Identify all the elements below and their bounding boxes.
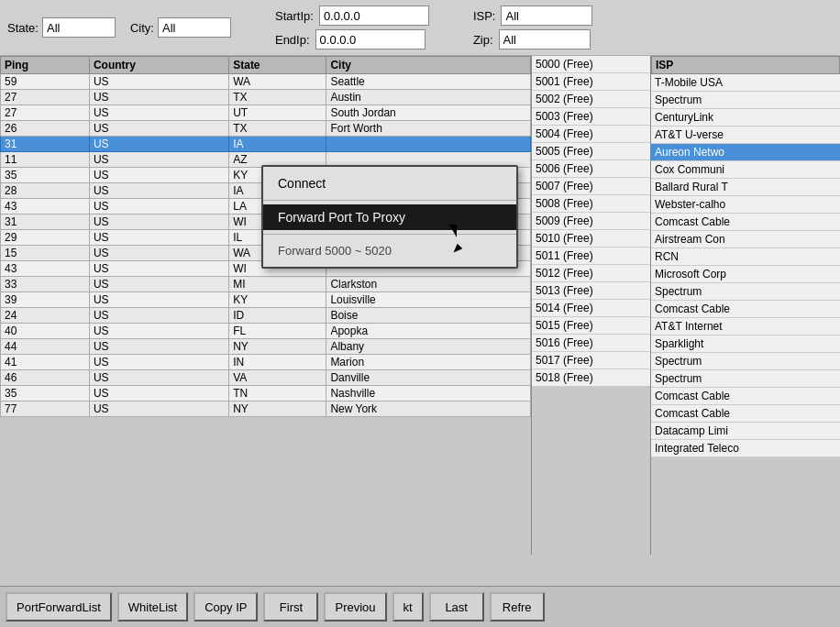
port-list-item[interactable]: 5009 (Free) [532,213,650,230]
table-row[interactable]: 59USWASeattle [1,74,531,90]
isp-list-item[interactable]: Ballard Rural T [651,179,840,196]
zip-label: Zip: [473,33,493,47]
port-list-item[interactable]: 5004 (Free) [532,126,650,143]
port-forward-list-button[interactable]: PortForwardList [6,592,112,622]
isp-list-item[interactable]: Datacamp Limi [651,423,840,440]
last-button[interactable]: Last [429,592,484,622]
filter-left: State: City: [7,17,231,38]
context-separator-2 [263,234,516,235]
port-list-item[interactable]: 5016 (Free) [532,335,650,352]
isp-list-item[interactable]: Cox Communi [651,161,840,179]
col-city: City [326,57,531,74]
isp-list-item[interactable]: AT&T Internet [651,318,840,336]
context-forward-range: Forward 5000 ~ 5020 [263,238,516,263]
isp-list-item[interactable]: RCN [651,248,840,266]
startip-label: StartIp: [275,9,314,23]
port-list-item[interactable]: 5018 (Free) [532,369,650,387]
state-group: State: [7,17,116,38]
isp-list-item[interactable]: Comcast Cable [651,405,840,423]
isp-zip-section: ISP: Zip: [473,6,593,50]
kt-button[interactable]: kt [392,592,424,622]
port-list-item[interactable]: 5000 (Free) [532,56,650,73]
port-list-item[interactable]: 5011 (Free) [532,248,650,265]
isp-list-item[interactable]: Comcast Cable [651,301,840,318]
isp-list-item[interactable]: Comcast Cable [651,214,840,231]
city-label: City: [130,21,154,35]
port-list-item[interactable]: 5003 (Free) [532,108,650,126]
port-list[interactable]: 5000 (Free)5001 (Free)5002 (Free)5003 (F… [532,56,651,555]
table-row[interactable]: 31USIA [1,137,531,152]
refresh-button[interactable]: Refre [490,592,545,622]
table-row[interactable]: 40USFLApopka [1,324,531,339]
isp-list-item[interactable]: CenturyLink [651,109,840,126]
table-row[interactable]: 35USTNNashville [1,386,531,402]
context-connect[interactable]: Connect [263,170,516,196]
content-area: Ping Country State City 59USWASeattle27U… [0,56,840,555]
isp-list-item[interactable]: Comcast Cable [651,388,840,405]
port-list-item[interactable]: 5017 (Free) [532,352,650,369]
context-forward-port[interactable]: Forward Port To Proxy [263,204,516,230]
table-row[interactable]: 24USIDBoise [1,308,531,324]
port-list-item[interactable]: 5007 (Free) [532,178,650,195]
port-list-item[interactable]: 5002 (Free) [532,91,650,108]
isp-list-item[interactable]: Spectrum [651,370,840,388]
ip-section: StartIp: EndIp: [275,6,429,50]
context-menu: Connect Forward Port To Proxy Forward 50… [261,165,518,269]
port-list-item[interactable]: 5006 (Free) [532,160,650,178]
table-row[interactable]: 77USNYNew York [1,402,531,417]
filter-bar: State: City: StartIp: EndIp: ISP: [0,0,840,56]
port-list-item[interactable]: 5014 (Free) [532,300,650,317]
port-list-item[interactable]: 5010 (Free) [532,230,650,248]
isp-list-item[interactable]: Integrated Teleco [651,440,840,457]
main-container: State: City: StartIp: EndIp: ISP: [0,0,840,627]
port-list-item[interactable]: 5008 (Free) [532,195,650,213]
isp-list-item[interactable]: Sparklight [651,336,840,353]
table-row[interactable]: 41USINMarion [1,355,531,370]
zip-row: Zip: [473,29,593,50]
table-row[interactable]: 27USUTSouth Jordan [1,105,531,121]
table-row[interactable]: 33USMIClarkston [1,277,531,292]
port-list-item[interactable]: 5015 (Free) [532,317,650,335]
port-list-item[interactable]: 5012 (Free) [532,265,650,282]
port-list-item[interactable]: 5005 (Free) [532,143,650,160]
state-input[interactable] [42,17,116,38]
isp-list-item[interactable]: Microsoft Corp [651,266,840,283]
isp-input[interactable] [501,6,592,26]
isp-list-item[interactable]: Spectrum [651,283,840,301]
table-row[interactable]: 46USVADanville [1,370,531,386]
port-list-item[interactable]: 5013 (Free) [532,282,650,300]
isp-list-item[interactable]: T-Mobile USA [651,74,840,92]
table-row[interactable]: 27USTXAustin [1,90,531,105]
copy-ip-button[interactable]: Copy IP [193,592,258,622]
city-input[interactable] [158,17,231,38]
isp-column-header: ISP [651,56,840,74]
col-country: Country [89,57,228,74]
context-separator-1 [263,200,516,201]
isp-list-item[interactable]: Webster-calho [651,196,840,214]
right-panel: 5000 (Free)5001 (Free)5002 (Free)5003 (F… [532,56,840,555]
endip-label: EndIp: [275,33,310,47]
main-table-scroll[interactable]: Ping Country State City 59USWASeattle27U… [0,56,531,555]
state-label: State: [7,21,39,35]
first-button[interactable]: First [263,592,318,622]
previous-button[interactable]: Previou [324,592,386,622]
port-list-item[interactable]: 5001 (Free) [532,73,650,91]
table-row[interactable]: 39USKYLouisville [1,292,531,308]
endip-input[interactable] [315,29,426,50]
isp-list-item[interactable]: Airstream Con [651,231,840,248]
col-state: State [229,57,326,74]
bottom-bar: PortForwardList WhiteList Copy IP First … [0,586,840,627]
isp-list-item[interactable]: AT&T U-verse [651,126,840,144]
endip-row: EndIp: [275,29,429,50]
city-group: City: [130,17,231,38]
startip-input[interactable] [319,6,429,26]
table-row[interactable]: 26USTXFort Worth [1,121,531,137]
isp-list-item[interactable]: Spectrum [651,353,840,370]
isp-list-item[interactable]: Spectrum [651,92,840,109]
isp-list: ISPT-Mobile USASpectrumCenturyLinkAT&T U… [651,56,840,555]
white-list-button[interactable]: WhiteList [117,592,188,622]
isp-list-item[interactable]: Aureon Netwo [651,144,840,161]
zip-input[interactable] [499,29,591,50]
left-table-container: Ping Country State City 59USWASeattle27U… [0,56,532,555]
table-row[interactable]: 44USNYAlbany [1,339,531,355]
